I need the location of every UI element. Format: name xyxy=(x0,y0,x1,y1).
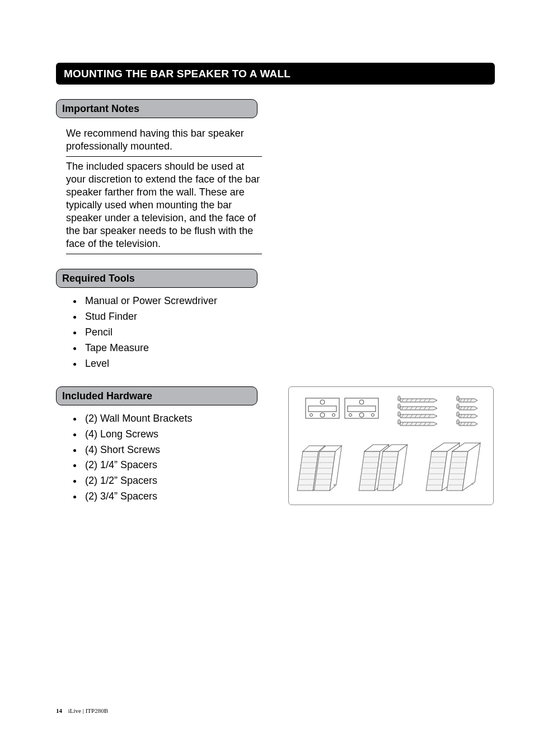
svg-point-7 xyxy=(359,400,364,404)
required-tools-list: Manual or Power Screwdriver Stud Finder … xyxy=(66,293,268,371)
important-notes-para-2: The included spacers should be used at y… xyxy=(66,157,262,254)
page-number: 14 xyxy=(56,707,62,714)
important-notes-body: We recommend having this bar speaker pro… xyxy=(66,124,262,254)
list-item: Tape Measure xyxy=(83,340,268,356)
svg-rect-6 xyxy=(345,398,378,418)
important-notes-para-1: We recommend having this bar speaker pro… xyxy=(66,124,262,156)
svg-point-3 xyxy=(310,413,313,416)
svg-point-11 xyxy=(372,413,374,416)
list-item: Pencil xyxy=(83,325,268,340)
hardware-diagram xyxy=(288,386,494,505)
section-title-bar: MOUNTING THE BAR SPEAKER TO A WALL xyxy=(56,63,495,85)
svg-point-10 xyxy=(359,413,364,417)
divider xyxy=(66,254,262,254)
included-hardware-row: Included Hardware (2) Wall Mount Bracket… xyxy=(56,372,495,505)
long-screw-icon xyxy=(398,396,437,426)
page: MOUNTING THE BAR SPEAKER TO A WALL Impor… xyxy=(0,0,534,756)
required-tools-heading: Required Tools xyxy=(56,269,257,288)
list-item: (4) Short Screws xyxy=(83,442,268,458)
list-item: (4) Long Screws xyxy=(83,427,268,442)
svg-rect-0 xyxy=(306,398,339,418)
section-title-text: MOUNTING THE BAR SPEAKER TO A WALL xyxy=(64,68,291,80)
included-hardware-list: (2) Wall Mount Brackets (4) Long Screws … xyxy=(66,411,268,505)
svg-point-5 xyxy=(332,413,335,416)
important-notes-heading: Important Notes xyxy=(56,99,257,118)
svg-rect-2 xyxy=(308,406,336,412)
included-hardware-left: Included Hardware (2) Wall Mount Bracket… xyxy=(56,372,277,505)
spacer-icon xyxy=(297,443,480,491)
svg-rect-8 xyxy=(348,406,376,412)
list-item: Level xyxy=(83,356,268,372)
short-screw-icon xyxy=(457,396,477,426)
footer-brand: iLive | ITP280B xyxy=(68,707,108,714)
list-item: (2) 1/2” Spacers xyxy=(83,473,268,489)
svg-point-1 xyxy=(320,400,325,404)
included-hardware-heading-text: Included Hardware xyxy=(62,390,152,402)
important-notes-heading-text: Important Notes xyxy=(62,103,139,114)
list-item: (2) Wall Mount Brackets xyxy=(83,411,268,427)
included-hardware-heading: Included Hardware xyxy=(56,386,257,405)
bracket-icon xyxy=(306,398,339,418)
required-tools-heading-text: Required Tools xyxy=(62,273,135,284)
included-hardware-diagram-container xyxy=(288,386,494,505)
list-item: Stud Finder xyxy=(83,309,268,325)
list-item: Manual or Power Screwdriver xyxy=(83,293,268,309)
svg-point-9 xyxy=(349,413,352,416)
bracket-icon xyxy=(345,398,378,418)
page-footer: 14 iLive | ITP280B xyxy=(56,707,108,714)
svg-point-4 xyxy=(320,413,325,417)
list-item: (2) 3/4” Spacers xyxy=(83,489,268,505)
list-item: (2) 1/4” Spacers xyxy=(83,458,268,473)
